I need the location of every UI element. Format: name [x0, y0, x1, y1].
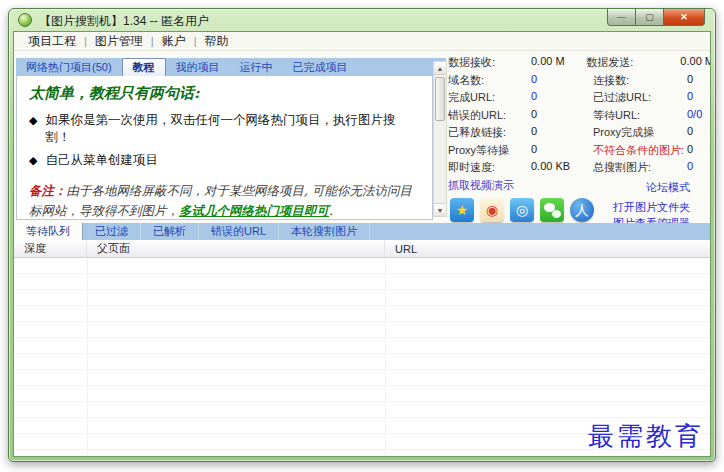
stat-row: 即时速度:0.00 KB总搜割图片:0: [448, 159, 711, 177]
note-tail: .: [329, 203, 333, 218]
bottom-tab-3[interactable]: 错误的URL: [199, 223, 279, 240]
stat-value: 0: [531, 143, 537, 158]
tutorial-note: 备注：由于各地网络屏蔽不同，对于某些网络项目, 可能你无法访问目标网站，导致得不…: [29, 181, 420, 220]
stat-value: 0/0: [687, 108, 702, 123]
icon-glyph: ★: [456, 203, 469, 217]
top-tab-2[interactable]: 我的项目: [166, 58, 230, 76]
stat-value: 0: [687, 160, 693, 175]
window-title: 【图片搜割机】1.34 -- 匿名用户: [39, 13, 209, 30]
stat-row: Proxy等待操0不符合条件的图片:0: [448, 142, 711, 160]
top-tab-strip: 网络热门项目(50)教程我的项目运行中已完成项目: [16, 58, 446, 76]
share-icon-row: ★◉◎人: [450, 198, 594, 222]
icon-glyph: ◉: [486, 203, 498, 217]
stats-rows: 数据接收:0.00 M数据发送:0.00 M域名数:0连接数:0完成URL:0已…: [448, 54, 711, 177]
sina-weibo-icon[interactable]: ◉: [480, 198, 504, 222]
stat-label: 已过滤URL:: [593, 90, 687, 105]
icon-glyph: 人: [575, 203, 589, 217]
stat-value: 0: [531, 73, 537, 88]
menu-item-2[interactable]: 账户: [154, 33, 194, 50]
forum-mode-link[interactable]: 论坛模式: [646, 180, 690, 195]
stat-value: 0.00 KB: [531, 160, 570, 175]
note-link[interactable]: 多试几个网络热门项目即可: [179, 203, 329, 218]
scroll-up-arrow-icon[interactable]: ▲: [434, 62, 446, 75]
table-row: [14, 258, 710, 274]
column-divider: [385, 258, 386, 456]
table-header: 深度 父页面 URL: [14, 240, 710, 258]
table-row: [14, 290, 710, 306]
bottom-tab-0[interactable]: 等待队列: [14, 223, 83, 240]
stat-value: 0: [687, 125, 693, 140]
column-header-parent-page[interactable]: 父页面: [87, 240, 385, 257]
bottom-tab-2[interactable]: 已解析: [141, 223, 199, 240]
table-row: [14, 322, 710, 338]
video-demo-link[interactable]: 抓取视频演示: [448, 178, 514, 193]
icon-glyph: ◎: [516, 203, 528, 217]
bottom-tab-strip: 等待队列已过滤已解析错误的URL本轮搜割图片: [14, 223, 710, 240]
menu-item-1[interactable]: 图片管理: [87, 33, 151, 50]
app-window: 【图片搜割机】1.34 -- 匿名用户 — ▢ ✕ 项目工程|图片管理|账户|帮…: [8, 8, 716, 462]
maximize-button[interactable]: ▢: [636, 9, 664, 26]
wechat-icon[interactable]: [540, 198, 564, 222]
minimize-button[interactable]: —: [607, 9, 636, 26]
column-header-depth[interactable]: 深度: [14, 240, 87, 257]
tutorial-bullet: ◆ 自己从菜单创建项目: [29, 152, 420, 169]
stat-value: 0: [531, 108, 537, 123]
bottom-tab-1[interactable]: 已过滤: [83, 223, 141, 240]
diamond-bullet-icon: ◆: [29, 154, 37, 167]
bullet-text: 自己从菜单创建项目: [45, 152, 158, 169]
bullet-text: 如果你是第一次使用，双击任何一个网络热门项目，执行图片搜割！: [45, 112, 420, 146]
bottom-tab-4[interactable]: 本轮搜割图片: [279, 223, 370, 240]
table-body[interactable]: 最需教育: [14, 258, 710, 456]
table-row: [14, 274, 710, 290]
stat-value: 0: [687, 143, 693, 158]
table-row: [14, 402, 710, 418]
top-tab-1[interactable]: 教程: [122, 58, 166, 76]
tutorial-bullet: ◆ 如果你是第一次使用，双击任何一个网络热门项目，执行图片搜割！: [29, 112, 420, 146]
tutorial-headline: 太简单，教程只有两句话:: [29, 84, 420, 103]
tencent-weibo-icon[interactable]: ◎: [510, 198, 534, 222]
table-row: [14, 386, 710, 402]
stat-row: 错误的URL:0等待URL:0/0: [448, 107, 711, 125]
stat-label: 即时速度:: [448, 160, 531, 175]
stat-label: 错误的URL:: [448, 108, 531, 123]
app-icon: [18, 13, 32, 27]
stat-label: Proxy等待操: [448, 143, 531, 158]
stat-label: 完成URL:: [448, 90, 531, 105]
column-header-url[interactable]: URL: [385, 240, 710, 257]
stat-label: 数据发送:: [586, 55, 680, 70]
title-bar[interactable]: 【图片搜割机】1.34 -- 匿名用户 — ▢ ✕: [9, 9, 715, 31]
menu-item-0[interactable]: 项目工程: [20, 33, 84, 50]
scroll-down-arrow-icon[interactable]: ▼: [434, 203, 446, 216]
stat-label: 连接数:: [593, 73, 687, 88]
menu-item-3[interactable]: 帮助: [197, 33, 237, 50]
stat-row: 域名数:0连接数:0: [448, 72, 711, 90]
blue-bird-icon[interactable]: 人: [570, 198, 594, 222]
stat-value: 0: [687, 90, 693, 105]
scroll-thumb[interactable]: [435, 77, 445, 121]
stat-label: 数据接收:: [448, 55, 531, 70]
table-row: [14, 354, 710, 370]
stat-label: 已释放链接:: [448, 125, 531, 140]
qzone-icon[interactable]: ★: [450, 198, 474, 222]
open-image-folder-link[interactable]: 打开图片文件夹: [613, 200, 690, 215]
top-tab-0[interactable]: 网络热门项目(50): [16, 58, 122, 76]
stat-label: 总搜割图片:: [593, 160, 687, 175]
menu-bar: 项目工程|图片管理|账户|帮助: [14, 32, 710, 51]
table-row: [14, 338, 710, 354]
top-tab-3[interactable]: 运行中: [230, 58, 283, 76]
table-row: [14, 370, 710, 386]
top-tab-4[interactable]: 已完成项目: [283, 58, 358, 76]
column-divider: [87, 258, 88, 456]
window-controls: — ▢ ✕: [607, 9, 705, 26]
client-area: 项目工程|图片管理|账户|帮助 网络热门项目(50)教程我的项目运行中已完成项目…: [13, 31, 711, 457]
diamond-bullet-icon: ◆: [29, 114, 37, 127]
vertical-scrollbar[interactable]: ▲ ▼: [433, 61, 447, 217]
stat-label: Proxy完成操: [593, 125, 687, 140]
watermark-text: 最需教育: [588, 419, 704, 454]
stat-value: 0: [531, 90, 537, 105]
stat-label: 域名数:: [448, 73, 531, 88]
stat-label: 不符合条件的图片:: [593, 143, 687, 158]
stat-row: 已释放链接:0Proxy完成操0: [448, 124, 711, 142]
stat-row: 完成URL:0已过滤URL:0: [448, 89, 711, 107]
close-button[interactable]: ✕: [664, 9, 705, 26]
